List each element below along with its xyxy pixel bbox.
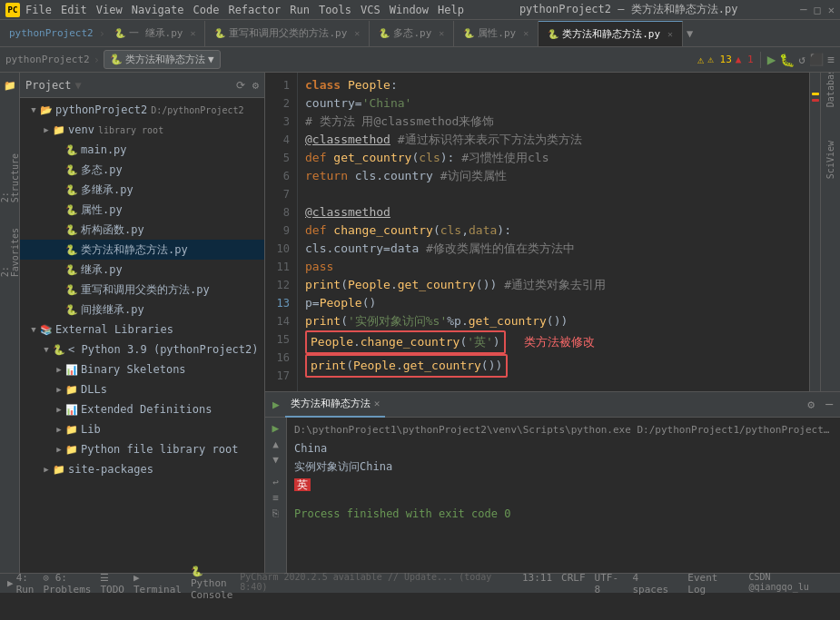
watermark: CSDN @qiangqo_lu xyxy=(749,572,834,595)
tree-multi-inherit[interactable]: 🐍 多继承.py xyxy=(20,180,264,200)
menu-refactor[interactable]: Refactor xyxy=(228,4,281,16)
run-settings-icon[interactable]: ⚙ xyxy=(807,398,815,411)
code-line-14: print('实例对象访问%s'%p.get_country()) xyxy=(305,312,802,330)
folder-icon: 📁 xyxy=(53,124,65,136)
minimize-btn[interactable]: ─ xyxy=(800,4,806,16)
sync-icon[interactable]: ⟳ xyxy=(236,79,245,92)
arrow-icon: ▼ xyxy=(27,325,40,334)
run-button[interactable]: ▶ xyxy=(767,51,776,68)
tree-external-libs[interactable]: ▼ 📚 External Libraries xyxy=(20,320,264,340)
line-numbers: 1 2 3 4 5 6 7 8 9 10 11 12 13 14 15 16 1… xyxy=(265,73,298,391)
tab-property[interactable]: 🐍 属性.py ✕ xyxy=(454,21,539,46)
menu-file[interactable]: File xyxy=(25,4,52,16)
tree-main-py[interactable]: 🐍 main.py xyxy=(20,140,264,160)
code-editor[interactable]: class People: country='China' # 类方法 用@cl… xyxy=(298,73,809,391)
tree-override-py[interactable]: 🐍 重写和调用父类的方法.py xyxy=(20,280,264,300)
menu-window[interactable]: Window xyxy=(390,4,429,16)
arrow-icon: ▶ xyxy=(40,465,53,474)
tree-inherit-py[interactable]: 🐍 继承.py xyxy=(20,260,264,280)
titlebar: PC File Edit View Navigate Code Refactor… xyxy=(0,0,840,20)
structure-icon[interactable]: 2: Structure xyxy=(1,169,19,187)
run-tab-run[interactable]: 类方法和静态方法 ✕ xyxy=(285,392,386,418)
python-console-tab[interactable]: 🐍 Python Console xyxy=(191,566,232,601)
tree-destructor-py[interactable]: 🐍 析构函数.py xyxy=(20,220,264,240)
copy-btn[interactable]: ⎘ xyxy=(272,507,279,519)
tab-close[interactable]: ✕ xyxy=(190,28,195,38)
tab-classmethod[interactable]: 🐍 类方法和静态方法.py ✕ xyxy=(539,21,683,46)
line-num: 5 xyxy=(265,149,290,167)
menu-vcs[interactable]: VCS xyxy=(361,4,380,16)
more-button[interactable]: ≡ xyxy=(827,53,835,66)
tree-python-file-lib-root[interactable]: ▶ 📁 Python file library root xyxy=(20,439,264,459)
tree-root[interactable]: ▼ 📂 pythonProject2 D:/pythonProject2 xyxy=(20,100,264,120)
menu-help[interactable]: Help xyxy=(438,4,464,16)
tree-lib[interactable]: ▶ 📁 Lib xyxy=(20,419,264,439)
tab-close[interactable]: ✕ xyxy=(354,28,360,38)
tree-binary-skeletons[interactable]: ▶ 📊 Binary Skeletons xyxy=(20,359,264,379)
debug-button[interactable]: 🐛 xyxy=(779,53,795,67)
maximize-btn[interactable]: □ xyxy=(815,4,821,16)
update-msg: PyCharm 2020.2.5 available // Update... … xyxy=(240,572,513,595)
structure-label: 2: Structure xyxy=(0,150,22,206)
scroll-down-btn[interactable]: ▼ xyxy=(272,454,279,466)
filter-btn[interactable]: ≡ xyxy=(272,492,279,504)
menu-navigate[interactable]: Navigate xyxy=(132,4,184,16)
tree-extended-defs[interactable]: ▶ 📊 Extended Definitions xyxy=(20,399,264,419)
todo-tab[interactable]: ☰ TODO xyxy=(100,566,124,601)
menu-tools[interactable]: Tools xyxy=(319,4,351,16)
tree-classmethod-py[interactable]: 🐍 类方法和静态方法.py xyxy=(20,240,264,260)
line-num: 15 xyxy=(265,330,290,349)
tab-close[interactable]: ✕ xyxy=(439,28,444,38)
tree-venv[interactable]: ▶ 📁 venv library root xyxy=(20,120,264,140)
tab-close[interactable]: ✕ xyxy=(523,28,529,38)
file-selector[interactable]: 🐍 类方法和静态方法 ▼ xyxy=(104,50,221,69)
error-count: ▲ 1 xyxy=(736,54,754,65)
menu-code[interactable]: Code xyxy=(193,4,220,16)
more-tabs-btn[interactable]: ▼ xyxy=(687,27,693,40)
run-tab-bottom[interactable]: ▶ 4: Run xyxy=(7,566,35,601)
run-close-icon[interactable]: ─ xyxy=(825,398,833,411)
terminal-tab[interactable]: ▶ Terminal xyxy=(133,566,182,601)
database-icon[interactable]: Database xyxy=(822,76,840,94)
favorites-icon[interactable]: 2: Favorites xyxy=(1,243,19,261)
scroll-indicator xyxy=(809,73,820,391)
gear-icon[interactable]: ⚙ xyxy=(252,79,259,92)
project-icon[interactable]: 📁 xyxy=(1,76,19,94)
menu-view[interactable]: View xyxy=(96,4,123,16)
line-num: 13 xyxy=(265,294,290,312)
rerun-button[interactable]: ↺ xyxy=(798,53,805,66)
tree-python39[interactable]: ▼ 🐍 < Python 3.9 (pythonProject2) xyxy=(20,340,264,359)
menu-run[interactable]: Run xyxy=(290,4,310,16)
tree-site-packages[interactable]: ▶ 📁 site-packages xyxy=(20,459,264,479)
stop-button[interactable]: ⬛ xyxy=(809,53,824,66)
problems-tab[interactable]: ⊙ 6: Problems xyxy=(44,566,92,601)
py-file-icon: 🐍 xyxy=(65,304,78,316)
tree-indirect-inherit[interactable]: 🐍 间接继承.py xyxy=(20,300,264,320)
event-log-btn[interactable]: Event Log xyxy=(687,572,739,595)
run-tab-icon: ▶ xyxy=(7,577,14,589)
tab-close[interactable]: ✕ xyxy=(667,29,673,39)
tab-jicheng[interactable]: 🐍 一 继承.py ✕ xyxy=(105,21,206,46)
site-packages-label: site-packages xyxy=(68,463,153,476)
py-icon: 🐍 xyxy=(379,28,390,38)
code-annotation: 类方法被修改 xyxy=(524,333,595,351)
tree-property-py[interactable]: 🐍 属性.py xyxy=(20,200,264,220)
sciview-icon[interactable]: SciView xyxy=(822,151,840,169)
tree-dlls[interactable]: ▶ 📁 DLLs xyxy=(20,379,264,399)
run-play-btn[interactable]: ▶ xyxy=(272,421,280,435)
tab-polymorphism[interactable]: 🐍 多态.py ✕ xyxy=(370,21,454,46)
folder-icon: 📂 xyxy=(40,104,53,116)
py-file-icon: 🐍 xyxy=(65,184,78,196)
scroll-up-btn[interactable]: ▲ xyxy=(272,438,279,450)
py-file-icon: 🐍 xyxy=(65,264,78,276)
menu-edit[interactable]: Edit xyxy=(61,4,87,16)
indirect-inherit-label: 间接继承.py xyxy=(81,302,144,318)
extended-defs-label: Extended Definitions xyxy=(81,403,212,416)
run-close[interactable]: ✕ xyxy=(374,398,380,409)
tab-override[interactable]: 🐍 重写和调用父类的方法.py ✕ xyxy=(205,21,370,46)
close-btn[interactable]: ✕ xyxy=(828,4,835,16)
code-line-8: @classmethod xyxy=(305,203,802,221)
tree-polymorphism-py[interactable]: 🐍 多态.py xyxy=(20,160,264,180)
scroll-left-btn[interactable]: ↩ xyxy=(272,477,279,488)
run-header: ▶ 类方法和静态方法 ✕ ⚙ ─ xyxy=(265,392,840,418)
